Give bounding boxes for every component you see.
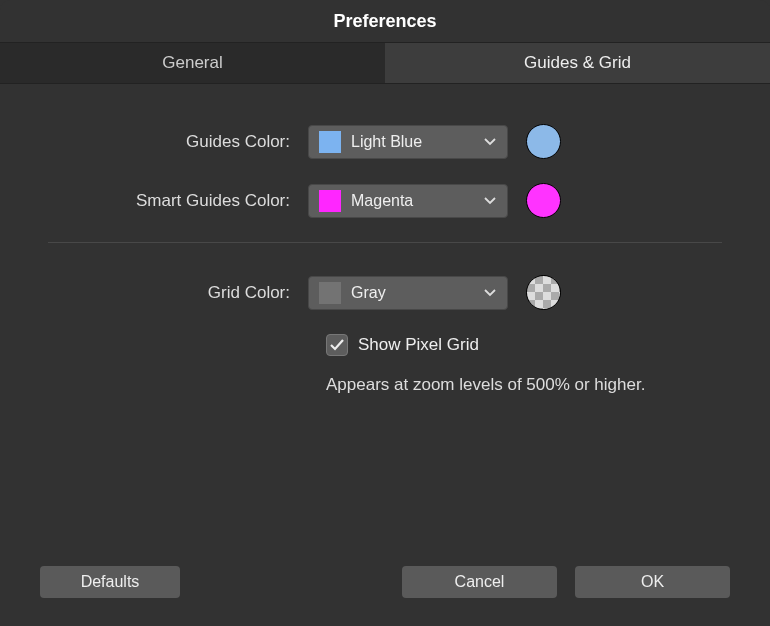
grid-color-swatch [319, 282, 341, 304]
chevron-down-icon [483, 194, 497, 208]
tab-bar: General Guides & Grid [0, 42, 770, 84]
smart-guides-color-label: Smart Guides Color: [48, 191, 308, 211]
chevron-down-icon [483, 286, 497, 300]
footer-spacer [198, 566, 384, 598]
guides-color-well[interactable] [526, 124, 561, 159]
check-icon [329, 338, 345, 352]
guides-color-select[interactable]: Light Blue [308, 125, 508, 159]
show-pixel-grid-checkbox[interactable] [326, 334, 348, 356]
defaults-button-label: Defaults [81, 573, 140, 591]
cancel-button[interactable]: Cancel [402, 566, 557, 598]
grid-color-row: Grid Color: Gray [48, 275, 722, 310]
guides-color-row: Guides Color: Light Blue [48, 124, 722, 159]
tab-guides-and-grid[interactable]: Guides & Grid [385, 43, 770, 83]
guides-color-swatch [319, 131, 341, 153]
grid-color-label: Grid Color: [48, 283, 308, 303]
grid-color-value: Gray [351, 284, 473, 302]
grid-color-well[interactable] [526, 275, 561, 310]
show-pixel-grid-row: Show Pixel Grid [326, 334, 722, 356]
guides-color-value: Light Blue [351, 133, 473, 151]
footer: Defaults Cancel OK [0, 546, 770, 626]
ok-button-label: OK [641, 573, 664, 591]
tab-general[interactable]: General [0, 43, 385, 83]
ok-button[interactable]: OK [575, 566, 730, 598]
smart-guides-color-row: Smart Guides Color: Magenta [48, 183, 722, 218]
chevron-down-icon [483, 135, 497, 149]
content-panel: Guides Color: Light Blue Smart Guides Co… [0, 84, 770, 398]
smart-guides-color-swatch [319, 190, 341, 212]
grid-color-select[interactable]: Gray [308, 276, 508, 310]
smart-guides-color-well[interactable] [526, 183, 561, 218]
tab-guides-label: Guides & Grid [524, 53, 631, 73]
window-title: Preferences [0, 0, 770, 42]
divider [48, 242, 722, 243]
pixel-grid-hint: Appears at zoom levels of 500% or higher… [326, 372, 686, 398]
show-pixel-grid-label: Show Pixel Grid [358, 335, 479, 355]
defaults-button[interactable]: Defaults [40, 566, 180, 598]
cancel-button-label: Cancel [455, 573, 505, 591]
smart-guides-color-value: Magenta [351, 192, 473, 210]
guides-color-label: Guides Color: [48, 132, 308, 152]
smart-guides-color-select[interactable]: Magenta [308, 184, 508, 218]
tab-general-label: General [162, 53, 222, 73]
